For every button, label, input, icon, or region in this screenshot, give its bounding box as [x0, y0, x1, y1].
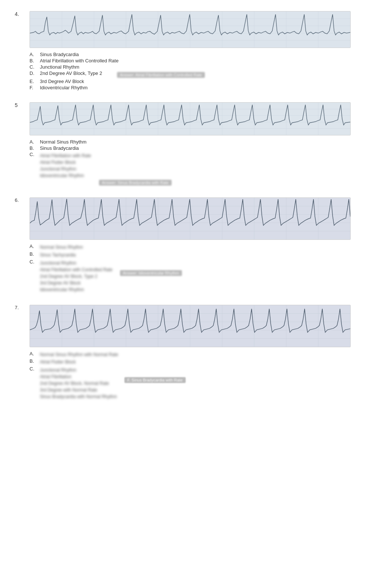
option-text-7a: Normal Sinus Rhythm with Normal Rate	[40, 352, 118, 358]
ecg-svg-5	[30, 103, 350, 135]
option-text-4a: Sinus Bradycardia	[40, 52, 79, 57]
answer-badge-7: F. Sinus Bradycardia with Rate	[124, 377, 186, 383]
option-letter-4b: B.	[30, 58, 40, 63]
option-letter-4f: F.	[30, 85, 40, 90]
option-text-4d: 2nd Degree AV Block, Type 2	[40, 70, 102, 76]
option-text-6b: Sinus Tachycardia	[40, 252, 76, 258]
ecg-svg-7	[30, 305, 350, 347]
option-letter-6b: B.	[30, 251, 40, 257]
ecg-strip-5	[30, 102, 351, 135]
option-text-4b: Atrial Fibrillation with Controlled Rate	[40, 58, 118, 63]
question-number-7: 7.	[15, 305, 19, 310]
question-number-4: 4.	[15, 11, 19, 17]
option-6a: A. Normal Sinus Rhythm	[30, 244, 377, 251]
option-5c: C. Atrial Fibrillation with Rate Atrial …	[30, 152, 377, 186]
option-letter-4d: D.	[30, 70, 40, 76]
option-5b: B. Sinus Bradycardia	[30, 145, 377, 151]
option-text-6a: Normal Sinus Rhythm	[40, 244, 83, 251]
option-letter-5c: C.	[30, 152, 40, 157]
option-text-4f: Idioventricular Rhythm	[40, 85, 87, 90]
option-4b: B. Atrial Fibrillation with Controlled R…	[30, 58, 377, 63]
option-letter-7a: A.	[30, 351, 40, 356]
options-list-5: A. Normal Sinus Rhythm B. Sinus Bradycar…	[30, 139, 377, 186]
option-letter-7c: C.	[30, 366, 40, 372]
ecg-svg-4	[30, 11, 350, 48]
option-4f: F. Idioventricular Rhythm	[30, 85, 377, 90]
question-6-content: A. Normal Sinus Rhythm B. Sinus Tachycar…	[30, 197, 377, 293]
option-4c: C. Junctional Rhythm	[30, 64, 377, 70]
ecg-strip-6	[30, 197, 351, 240]
blurred-options-6c: Junctional Rhythm Atrial Fibrillation wi…	[40, 260, 113, 293]
question-7: 7.	[15, 305, 377, 400]
ecg-svg-6	[30, 198, 350, 239]
option-5a: A. Normal Sinus Rhythm	[30, 139, 377, 145]
question-7-content: A. Normal Sinus Rhythm with Normal Rate …	[30, 305, 377, 400]
question-5: 5	[15, 102, 377, 186]
ecg-strip-7	[30, 305, 351, 347]
blurred-options-5c: Atrial Fibrillation with Rate Atrial Flu…	[40, 152, 172, 179]
option-text-4c: Junctional Rhythm	[40, 64, 79, 70]
question-4: 4.	[15, 11, 377, 90]
option-letter-5a: A.	[30, 139, 40, 145]
option-4d: D. 2nd Degree AV Block, Type 2 Answer: A…	[30, 70, 377, 78]
answer-badge-5: Answer: Sinus Bradycardia with Rate	[99, 180, 172, 186]
answer-badge-6: Answer: Idioventricular Rhythm	[120, 270, 182, 276]
question-4-content: A. Sinus Bradycardia B. Atrial Fibrillat…	[30, 11, 377, 90]
options-list-7: A. Normal Sinus Rhythm with Normal Rate …	[30, 351, 377, 400]
options-list-4: A. Sinus Bradycardia B. Atrial Fibrillat…	[30, 52, 377, 90]
option-7c: C. Junctional Rhythm Atrial Fibrillation…	[30, 366, 377, 400]
option-letter-6c: C.	[30, 259, 40, 265]
option-6c: C. Junctional Rhythm Atrial Fibrillation…	[30, 259, 377, 293]
option-4e: E. 3rd Degree AV Block	[30, 79, 377, 84]
option-4a: A. Sinus Bradycardia	[30, 52, 377, 57]
option-letter-4e: E.	[30, 79, 40, 84]
option-text-5a: Normal Sinus Rhythm	[40, 139, 86, 145]
question-6: 6.	[15, 197, 377, 293]
option-6b: B. Sinus Tachycardia	[30, 251, 377, 258]
option-7a: A. Normal Sinus Rhythm with Normal Rate	[30, 351, 377, 358]
option-text-5b: Sinus Bradycardia	[40, 145, 79, 151]
option-letter-4c: C.	[30, 64, 40, 70]
option-letter-6a: A.	[30, 244, 40, 249]
answer-badge-4: Answer: Atrial Fibrillation with Control…	[117, 72, 205, 78]
question-number-6: 6.	[15, 197, 19, 203]
option-letter-5b: B.	[30, 145, 40, 151]
blurred-options-7c: Junctional Rhythm Atrial Fibrillation 2n…	[40, 367, 117, 400]
option-letter-7b: B.	[30, 358, 40, 364]
options-list-6: A. Normal Sinus Rhythm B. Sinus Tachycar…	[30, 244, 377, 293]
option-text-4e: 3rd Degree AV Block	[40, 79, 84, 84]
question-number-5: 5	[15, 102, 18, 108]
option-letter-4a: A.	[30, 52, 40, 57]
option-7b: B. Atrial Flutter Block	[30, 358, 377, 365]
ecg-strip-4	[30, 11, 351, 48]
question-5-content: A. Normal Sinus Rhythm B. Sinus Bradycar…	[30, 102, 377, 186]
option-text-7b: Atrial Flutter Block	[40, 359, 76, 365]
